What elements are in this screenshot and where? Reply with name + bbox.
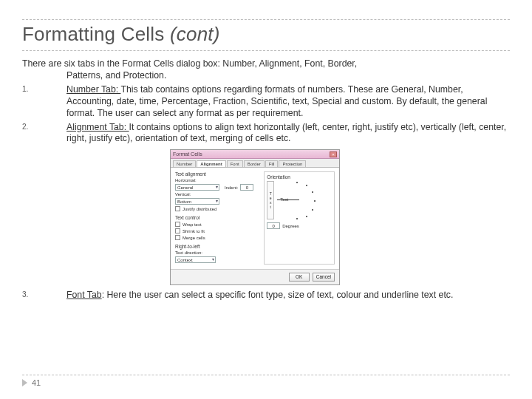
divider-under-title (22, 50, 510, 51)
value-text-direction: Context (176, 258, 193, 262)
group-text-control: Text control (175, 215, 259, 220)
select-vertical[interactable]: Bottom (175, 198, 219, 205)
list-number: 3. (22, 290, 66, 301)
divider-top (22, 19, 510, 20)
spinner-degrees[interactable]: 0 (267, 222, 280, 229)
checkbox-icon (175, 228, 180, 233)
label-horizontal: Horizontal: (175, 178, 203, 183)
field-text-direction: Text direction: (175, 250, 259, 255)
intro-line-1: There are six tabs in the Format Cells d… (22, 58, 510, 70)
degrees-row: 0 Degrees (267, 222, 332, 229)
list-body: Number Tab: This tab contains options re… (66, 84, 510, 119)
tab-number[interactable]: Number (173, 160, 196, 167)
triangle-icon (22, 379, 27, 386)
dialog-footer: OK Cancel (171, 269, 339, 284)
intro-line-2: Patterns, and Protection. (66, 70, 510, 82)
label-indent: Indent: (225, 185, 238, 190)
checkbox-label: Merge cells (183, 236, 205, 240)
select-horizontal[interactable]: General (175, 184, 219, 191)
dialog-titlebar: Format Cells × (171, 150, 339, 159)
tab-protection[interactable]: Protection (279, 160, 306, 167)
format-cells-dialog: Format Cells × Number Alignment Font Bor… (170, 149, 340, 285)
title-suffix: (cont) (170, 23, 220, 45)
tab-alignment[interactable]: Alignment (197, 160, 225, 167)
checkbox-label: Wrap text (183, 222, 202, 227)
checkbox-shrink-to-fit[interactable]: Shrink to fit (175, 228, 259, 233)
orientation-text-label: Text (280, 197, 288, 202)
dialog-body: Text alignment Horizontal: General Inden… (171, 168, 339, 269)
slide-title: Formatting Cells (cont) (22, 23, 510, 46)
checkbox-wrap-text[interactable]: Wrap text (175, 222, 259, 227)
list-body: Alignment Tab: It contains options to al… (66, 122, 510, 145)
label-degrees: Degrees (282, 224, 299, 228)
item-label: Alignment Tab: (66, 122, 129, 132)
dialog-orientation-panel: Orientation Text (264, 171, 335, 265)
dialog-title: Format Cells (173, 151, 202, 157)
cancel-button[interactable]: Cancel (313, 273, 335, 282)
title-main: Formatting Cells (22, 23, 164, 45)
item-text: : Here the user can select a specific fo… (102, 290, 454, 300)
page-number-block: 41 (22, 378, 510, 387)
spinner-indent[interactable]: 0 (240, 184, 253, 191)
tab-font[interactable]: Font (227, 160, 243, 167)
tab-border[interactable]: Border (244, 160, 265, 167)
item-label: Number Tab: (66, 84, 120, 95)
row-vertical: Bottom (175, 198, 259, 205)
value-vertical: Bottom (176, 200, 191, 204)
slide: Formatting Cells (cont) There are six ta… (0, 0, 532, 399)
checkbox-justify-distributed[interactable]: Justify distributed (175, 206, 259, 211)
page-number: 41 (32, 378, 41, 387)
item-label: Font Tab (66, 290, 102, 300)
slide-footer: 41 (22, 375, 510, 387)
close-icon[interactable]: × (330, 151, 337, 157)
orientation-control[interactable]: Text Te (267, 181, 316, 219)
checkbox-label: Justify distributed (183, 207, 216, 211)
list-item: 1. Number Tab: This tab contains options… (22, 84, 510, 119)
list-item: 2. Alignment Tab: It contains options to… (22, 122, 510, 145)
checkbox-icon (175, 235, 180, 240)
dialog-tabstrip: Number Alignment Font Border Fill Protec… (171, 159, 339, 168)
divider-footer (22, 375, 510, 375)
label-text-direction: Text direction: (175, 250, 211, 255)
tab-fill[interactable]: Fill (265, 160, 279, 167)
list-number: 1. (22, 84, 66, 119)
list-number: 2. (22, 122, 66, 145)
select-text-direction[interactable]: Context (175, 256, 216, 263)
dialog-illustration: Format Cells × Number Alignment Font Bor… (170, 149, 510, 285)
field-vertical: Vertical: (175, 192, 259, 197)
orientation-vertical-text[interactable]: Text (267, 181, 274, 219)
group-right-to-left: Right-to-left (175, 244, 259, 249)
checkbox-icon (175, 222, 180, 227)
checkbox-icon (175, 206, 180, 211)
dialog-left-column: Text alignment Horizontal: General Inden… (175, 171, 259, 265)
group-text-alignment: Text alignment (175, 171, 259, 177)
checkbox-merge-cells[interactable]: Merge cells (175, 235, 259, 240)
ok-button[interactable]: OK (289, 273, 310, 282)
label-vertical: Vertical: (175, 192, 203, 197)
list-item: 3. Font Tab: Here the user can select a … (22, 290, 510, 301)
row-text-direction: Context (175, 256, 259, 263)
list-body: Font Tab: Here the user can select a spe… (66, 290, 510, 301)
label-orientation: Orientation (267, 174, 332, 180)
value-horizontal: General (176, 185, 193, 190)
checkbox-label: Shrink to fit (183, 229, 205, 233)
item-text: It contains options to align text horizo… (66, 122, 506, 144)
field-horizontal: Horizontal: (175, 178, 259, 183)
item-text: This tab contains options regarding form… (66, 84, 487, 117)
numbered-list: 1. Number Tab: This tab contains options… (22, 84, 510, 301)
row-horizontal: General Indent: 0 (175, 184, 259, 191)
